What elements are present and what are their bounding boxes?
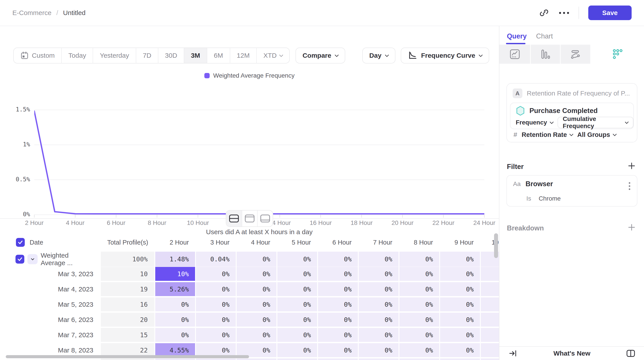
filter-value[interactable]: Chrome	[539, 195, 561, 202]
total-profiles-cell: 10	[101, 267, 154, 281]
cell-value: 0%	[425, 301, 433, 308]
granularity-dropdown[interactable]: Day	[362, 48, 396, 64]
cell-value: 0%	[466, 301, 474, 308]
value-cell	[237, 358, 276, 360]
cell-value: 0%	[344, 301, 352, 308]
event-name[interactable]: Purchase Completed	[530, 107, 598, 115]
range-button-6m[interactable]: 6M	[207, 48, 230, 63]
collapse-sidebar-button[interactable]	[508, 348, 518, 359]
row-label: Mar 4, 2023	[58, 286, 93, 293]
range-button-30d[interactable]: 30D	[158, 48, 184, 63]
table-row[interactable]: Mar 6, 2023200%0%0%0%0%0%0%0%0%	[13, 313, 499, 326]
tab-insights-line-chart[interactable]	[499, 45, 531, 64]
value-cell: 0%	[277, 328, 317, 342]
copy-link-button[interactable]	[539, 8, 549, 18]
table-row[interactable]: Mar 5, 2023160%0%0%0%0%0%0%0%0%	[13, 298, 499, 311]
cell-value: 0%	[344, 286, 352, 293]
header-label: 7 Hour	[373, 239, 392, 246]
value-cell: 0%	[237, 282, 276, 296]
compare-button[interactable]: Compare	[296, 48, 345, 64]
filter-card[interactable]: Aa Browser Is Chrome	[506, 175, 637, 206]
table-row[interactable]: Mar 7, 2023150%0%0%0%0%0%0%0%0%	[13, 328, 499, 342]
table-row[interactable]: Mar 3, 20231010%0%0%0%0%0%0%0%0%	[13, 267, 499, 281]
range-button-3m[interactable]: 3M	[184, 48, 207, 63]
weighted-average-frequency-line	[34, 111, 484, 214]
table-row[interactable]: Mar 4, 2023195.26%0%0%0%0%0%0%0%0%	[13, 282, 499, 296]
range-button-today[interactable]: Today	[61, 48, 93, 63]
header-cell: 3 Hour	[196, 234, 236, 251]
groups-dropdown[interactable]: All Groups	[577, 131, 616, 138]
series-title[interactable]: Retention Rate of Frequency of P...	[527, 90, 630, 97]
value-cell: 0%	[400, 267, 439, 281]
cell-value: 0%	[181, 331, 189, 339]
value-cell: 0%	[318, 328, 358, 342]
tab-bar-chart[interactable]	[531, 45, 560, 64]
cell-value: 10%	[177, 270, 189, 278]
x-axis-tick	[443, 215, 444, 218]
filter-kebab-menu[interactable]	[628, 181, 631, 191]
row-checkbox[interactable]	[16, 255, 24, 264]
tab-chart[interactable]: Chart	[536, 32, 553, 40]
layout-chart-only-button[interactable]	[242, 210, 257, 226]
more-options-button[interactable]	[559, 8, 569, 18]
value-cell: 0%	[318, 282, 358, 296]
tab-flows[interactable]	[560, 45, 591, 64]
table-row[interactable]: Weighted Average ...100%1.48%0.04%0%0%0%…	[13, 252, 499, 266]
chevron-down-icon	[625, 120, 629, 124]
header-label: 3 Hour	[210, 239, 230, 246]
save-button[interactable]: Save	[588, 6, 632, 20]
value-cell: 0%	[318, 313, 358, 326]
table-vertical-scrollbar[interactable]	[494, 233, 498, 258]
whats-new-button[interactable]: What's New	[518, 350, 626, 357]
range-button-xtd[interactable]: XTD	[256, 48, 289, 63]
breadcrumb-parent[interactable]: E-Commerce	[12, 9, 52, 16]
tab-query[interactable]: Query	[507, 32, 527, 40]
tab-frequency[interactable]	[591, 45, 644, 64]
layout-split-view-button[interactable]	[226, 210, 242, 226]
measure-mode-dropdown[interactable]: Cumulative Frequency	[558, 117, 634, 128]
cell-value: 0%	[262, 316, 270, 324]
x-axis-tick-label: 18 Hour	[341, 219, 382, 226]
table-horizontal-scrollbar[interactable]	[6, 355, 249, 358]
measure-dropdown[interactable]: Frequency	[516, 119, 553, 126]
chart-canvas[interactable]	[34, 110, 484, 216]
header-date-cell: Date	[13, 234, 100, 251]
add-breakdown-button[interactable]	[627, 222, 636, 232]
chart-legend[interactable]: Weighted Average Frequency	[0, 72, 499, 79]
select-all-checkbox[interactable]	[16, 238, 25, 247]
x-axis-tick	[280, 215, 280, 218]
layout-table-only-button[interactable]	[257, 210, 273, 226]
split-view-icon	[229, 214, 239, 223]
aggregation-dropdown[interactable]: Retention Rate	[522, 131, 573, 138]
cell-value: 0%	[344, 331, 352, 339]
x-axis-tick	[320, 215, 321, 218]
expand-row-button[interactable]	[28, 254, 38, 264]
cell-value: 0%	[262, 256, 270, 263]
cell-value: 0%	[344, 316, 352, 324]
filter-operator[interactable]: Is	[526, 195, 531, 202]
link-icon	[539, 8, 549, 18]
x-axis-tick-label: 6 Hour	[96, 219, 136, 226]
range-button-12m[interactable]: 12M	[230, 48, 256, 63]
add-filter-button[interactable]	[627, 161, 636, 171]
toolbar-right: Day Frequency Curve	[362, 48, 489, 64]
breadcrumb-current[interactable]: Untitled	[63, 9, 86, 16]
range-button-yesterday[interactable]: Yesterday	[93, 48, 136, 63]
header-cell: 9 Hour	[440, 234, 480, 251]
chart-type-dropdown[interactable]: Frequency Curve	[401, 48, 489, 64]
range-button-7d[interactable]: 7D	[136, 48, 158, 63]
value-cell: 0%	[196, 313, 236, 326]
header-label: Total Profile(s)	[107, 239, 148, 246]
cell-value: 0%	[384, 256, 392, 263]
filter-property[interactable]: Browser	[526, 180, 553, 188]
aggregation-symbol: #	[514, 131, 517, 138]
value-cell	[400, 358, 439, 360]
cell-value: 1.48%	[170, 256, 189, 263]
value-cell: 0%	[277, 252, 317, 267]
table-row[interactable]	[13, 358, 499, 360]
top-panel-icon	[244, 214, 255, 223]
event-card: Purchase Completed Frequency Cumulative …	[510, 102, 634, 129]
range-button-custom[interactable]: Custom	[14, 48, 61, 63]
toggle-panel-button[interactable]	[626, 348, 636, 359]
bottom-panel-icon	[260, 214, 270, 223]
